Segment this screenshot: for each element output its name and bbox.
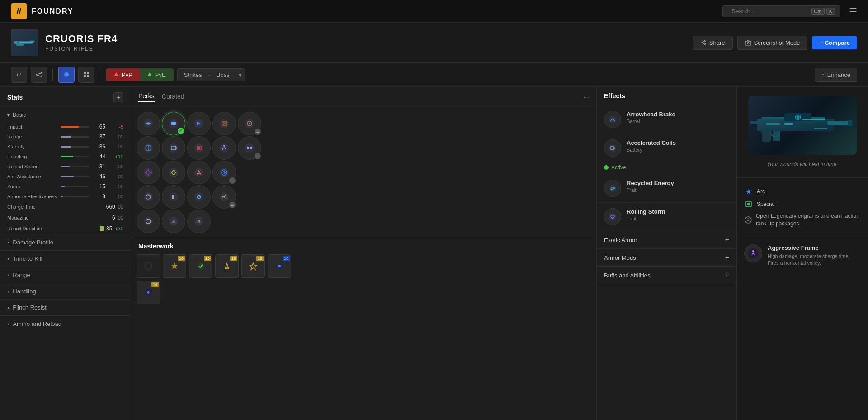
section-ttk[interactable]: › Time-to-Kill bbox=[0, 250, 131, 267]
svg-rect-19 bbox=[84, 72, 86, 74]
tab-curated[interactable]: Curated bbox=[162, 93, 184, 102]
stat-delta-stability: 00 bbox=[109, 144, 123, 149]
stat-delta-range: 00 bbox=[109, 134, 123, 139]
perk-minus-4[interactable]: – bbox=[229, 202, 236, 208]
stat-row-aim: Aim Assistance 46 00 bbox=[0, 172, 131, 181]
screenshot-button[interactable]: Screenshot Mode bbox=[737, 36, 808, 50]
mw-slot-empty[interactable] bbox=[137, 254, 160, 278]
intrinsic-name: Aggressive Frame bbox=[768, 244, 861, 251]
perk-slot-4-2[interactable] bbox=[162, 185, 185, 209]
toolbar: ↩ PvP bbox=[0, 63, 868, 87]
section-damage-profile[interactable]: › Damage Profile bbox=[0, 234, 131, 250]
exotic-armor-add-icon[interactable]: + bbox=[725, 236, 729, 244]
svg-point-0 bbox=[727, 11, 728, 11]
perk-slot-2-4[interactable] bbox=[212, 136, 236, 160]
perk-slot-3-3[interactable] bbox=[187, 161, 211, 184]
svg-rect-89 bbox=[802, 119, 825, 120]
stat-delta-chargetime: 00 bbox=[118, 204, 123, 210]
mw-slot-4[interactable]: 10 bbox=[241, 254, 265, 278]
svg-point-53 bbox=[144, 192, 153, 201]
kbd-ctrl: Ctrl bbox=[811, 8, 825, 15]
stats-add-button[interactable]: + bbox=[113, 92, 123, 102]
tab-perks[interactable]: Perks bbox=[138, 92, 155, 102]
perk-minus-3[interactable]: – bbox=[229, 177, 236, 184]
perk-slot-2-1[interactable] bbox=[137, 136, 160, 160]
share-button[interactable]: Share bbox=[693, 36, 733, 50]
perk-slot-2-5[interactable]: – bbox=[238, 136, 261, 160]
perk-slot-3-2[interactable] bbox=[162, 161, 185, 184]
perk-slot-3-4[interactable]: – bbox=[212, 161, 236, 184]
section-armor-mods[interactable]: Armor Mods + bbox=[597, 249, 736, 267]
stat-row-magazine: Magazine 6 00 bbox=[0, 212, 131, 223]
pvp-button[interactable]: PvP bbox=[106, 69, 140, 81]
share-toolbar-icon bbox=[36, 72, 42, 78]
perks-options-button[interactable]: ··· bbox=[583, 93, 589, 101]
toggle-grid-button[interactable] bbox=[78, 67, 94, 83]
perk-minus-1[interactable]: – bbox=[255, 129, 261, 135]
perk-slot-1-4[interactable] bbox=[212, 112, 236, 135]
perk-slot-1-1[interactable] bbox=[137, 112, 160, 135]
mw-slot-5[interactable]: 10 bbox=[268, 254, 291, 278]
mw-slot-6[interactable]: 10 bbox=[137, 281, 160, 304]
perk-slot-5-1[interactable] bbox=[137, 210, 160, 233]
perk-slot-3-1[interactable] bbox=[137, 161, 160, 184]
perk-slot-2-2[interactable] bbox=[162, 136, 185, 160]
toggle-circle-button[interactable] bbox=[58, 67, 75, 83]
intrinsic-section: Aggressive Frame High damage, moderate c… bbox=[737, 237, 868, 274]
effect-sub-battery: Battery bbox=[627, 147, 729, 153]
strikes-button[interactable]: Strikes bbox=[178, 69, 208, 81]
section-exotic-armor[interactable]: Exotic Armor + bbox=[597, 231, 736, 249]
stat-row-recoil: Recoil Direction 85 +30 bbox=[0, 223, 131, 234]
perk-minus-2[interactable]: – bbox=[255, 153, 261, 159]
stat-bar-stability bbox=[61, 146, 89, 148]
stat-bar-airborne bbox=[61, 196, 89, 197]
mw-badge-2: 10 bbox=[204, 256, 211, 261]
stat-delta-magazine: 00 bbox=[118, 215, 123, 220]
stat-row-stability: Stability 36 00 bbox=[0, 142, 131, 152]
boss-button[interactable]: Boss bbox=[210, 69, 236, 81]
boss-dropdown-icon[interactable]: ▾ bbox=[236, 69, 245, 81]
perk-slot-1-3[interactable] bbox=[187, 112, 211, 135]
mw-slot-3[interactable]: 10 bbox=[215, 254, 239, 278]
undo-button[interactable]: ↩ bbox=[11, 67, 27, 83]
mw-slot-1[interactable]: 10 bbox=[163, 254, 186, 278]
weapon-type: FUSION RIFLE bbox=[45, 46, 685, 52]
perk-slot-4-4[interactable]: – bbox=[212, 185, 236, 209]
pve-button[interactable]: PvE bbox=[140, 69, 173, 81]
svg-rect-38 bbox=[176, 147, 177, 149]
share-toolbar-button[interactable] bbox=[31, 67, 47, 83]
enhance-button[interactable]: ↑ Enhance bbox=[815, 68, 857, 82]
search-input[interactable] bbox=[732, 8, 808, 14]
perk-slot-1-2[interactable]: ✓ bbox=[162, 112, 185, 135]
stat-name-stability: Stability bbox=[7, 144, 57, 149]
weapon-traits: Arc Special bbox=[737, 178, 868, 237]
mw-badge-5: 10 bbox=[283, 256, 290, 261]
svg-rect-20 bbox=[87, 72, 89, 74]
section-basic[interactable]: ▾ Basic bbox=[0, 108, 131, 122]
perk-slot-5-3[interactable] bbox=[187, 210, 211, 233]
buffs-add-icon[interactable]: + bbox=[725, 271, 729, 279]
masterwork-title: Masterwork bbox=[137, 243, 591, 250]
svg-point-68 bbox=[278, 265, 281, 267]
armor-mods-add-icon[interactable]: + bbox=[725, 253, 729, 262]
stat-value-chargetime: 660 bbox=[106, 204, 115, 210]
compare-button[interactable]: + Compare bbox=[812, 36, 857, 49]
menu-icon[interactable]: ☰ bbox=[849, 6, 857, 17]
svg-point-61 bbox=[144, 217, 153, 226]
section-buffs[interactable]: Buffs and Abilities + bbox=[597, 267, 736, 284]
svg-line-9 bbox=[702, 41, 704, 43]
perk-slot-5-2[interactable] bbox=[162, 210, 185, 233]
chevron-ttk-icon: › bbox=[7, 255, 9, 262]
perk-slot-1-5[interactable]: – bbox=[238, 112, 261, 135]
section-flinch[interactable]: › Flinch Resist bbox=[0, 299, 131, 315]
section-ammo[interactable]: › Ammo and Reload bbox=[0, 315, 131, 332]
search-bar[interactable]: Ctrl K bbox=[722, 5, 840, 17]
perk-slot-4-3[interactable] bbox=[187, 185, 211, 209]
section-handling[interactable]: › Handling bbox=[0, 283, 131, 299]
stats-title: Stats bbox=[7, 94, 23, 101]
perk-slot-4-1[interactable] bbox=[137, 185, 160, 209]
mw-slot-2[interactable]: 10 bbox=[189, 254, 212, 278]
stat-name-aim: Aim Assistance bbox=[7, 174, 57, 179]
section-range[interactable]: › Range bbox=[0, 267, 131, 283]
perk-slot-2-3[interactable] bbox=[187, 136, 211, 160]
